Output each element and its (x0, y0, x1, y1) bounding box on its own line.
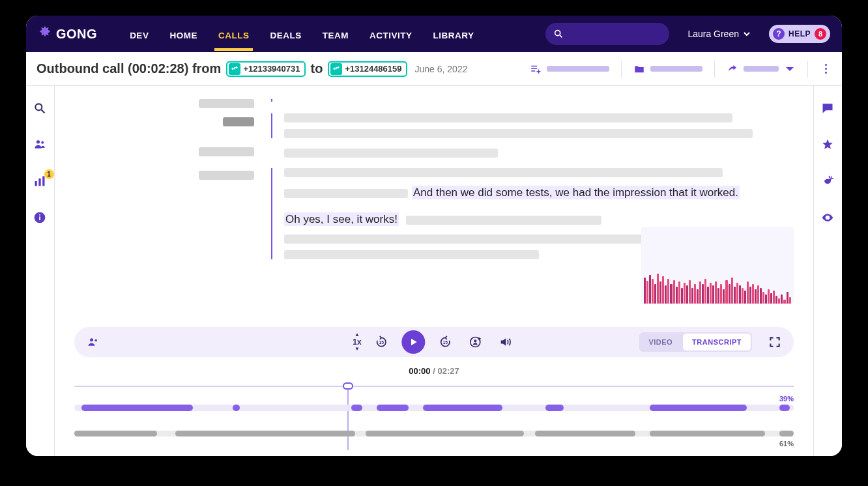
people-icon (87, 336, 100, 349)
svg-text:15: 15 (379, 340, 384, 345)
swap-icon (330, 63, 342, 75)
svg-point-5 (41, 141, 44, 144)
talk-ratio-b: 61% (779, 440, 794, 448)
waveform (644, 270, 791, 304)
rail-star-button[interactable] (821, 138, 835, 152)
play-button[interactable] (402, 330, 426, 354)
left-rail: 1 (26, 86, 55, 456)
divider (621, 61, 622, 78)
fullscreen-icon (768, 336, 781, 349)
transcript-block (271, 149, 794, 158)
right-rail (813, 86, 842, 456)
rail-info-button[interactable] (33, 211, 48, 225)
main-content: 1 (26, 86, 842, 456)
time-current: 00:00 (409, 366, 430, 376)
nav-deals[interactable]: DEALS (261, 19, 310, 50)
speaker-placeholder (223, 117, 254, 126)
transcript-block (271, 99, 794, 102)
to-number: +13124486159 (345, 64, 401, 74)
waveform-panel[interactable] (641, 227, 794, 304)
volume-button[interactable] (496, 332, 515, 352)
participants-button[interactable] (83, 332, 103, 352)
global-search[interactable] (545, 23, 669, 45)
nav-library[interactable]: LIBRARY (424, 19, 483, 50)
call-date: June 6, 2022 (415, 64, 468, 74)
transcript-text: And then we did some tests, we had the i… (284, 184, 794, 201)
call-title: Outbound call (00:02:28) from +121339407… (36, 61, 467, 77)
rail-people-button[interactable] (33, 138, 48, 152)
placeholder (650, 66, 702, 72)
info-icon (33, 211, 46, 224)
view-toggle: VIDEO TRANSCRIPT (639, 332, 752, 352)
more-menu[interactable] (820, 64, 832, 74)
app-frame: GONG DEVHOMECALLSDEALSTEAMACTIVITYLIBRAR… (26, 16, 842, 456)
add-to-list-button[interactable] (530, 63, 609, 75)
placeholder (284, 149, 498, 158)
nav-activity[interactable]: ACTIVITY (360, 19, 422, 50)
help-badge: 8 (815, 28, 826, 40)
rail-search-button[interactable] (33, 102, 48, 116)
swap-icon (229, 63, 240, 75)
svg-line-3 (41, 110, 44, 113)
svg-point-2 (35, 104, 42, 110)
stats-badge: 1 (44, 169, 54, 179)
playback-speed[interactable]: ▲ 1x ▼ (353, 332, 361, 352)
placeholder (284, 168, 723, 177)
user-menu[interactable]: Laura Green (687, 29, 751, 39)
from-phone-chip[interactable]: +12133940731 (226, 61, 305, 77)
svg-rect-6 (35, 181, 36, 186)
view-transcript-tab[interactable]: TRANSCRIPT (683, 334, 751, 350)
transcript-highlight: Oh yes, I see, it works! (284, 212, 399, 226)
transcript-block (271, 113, 794, 138)
nav-dev[interactable]: DEV (121, 19, 158, 50)
to-word: to (311, 61, 323, 76)
skip-back-button[interactable]: 15 (372, 332, 392, 352)
rail-visibility-button[interactable] (821, 211, 835, 225)
skip-forward-button[interactable]: 15 (436, 332, 456, 352)
transcript-panel: And then we did some tests, we had the i… (55, 86, 813, 327)
placeholder (744, 66, 779, 72)
bar-chart-icon (33, 175, 46, 188)
scrub-bar[interactable] (74, 382, 794, 390)
speaker-placeholder (199, 147, 254, 156)
nav-items: DEVHOMECALLSDEALSTEAMACTIVITYLIBRARY (121, 19, 483, 50)
share-button[interactable] (727, 63, 796, 75)
transcript-text: Oh yes, I see, it works! (284, 210, 794, 228)
question-icon: ? (773, 28, 785, 40)
time-display: 00:00 / 02:27 (55, 357, 813, 382)
help-button[interactable]: ? HELP 8 (769, 25, 830, 43)
divider (807, 61, 808, 78)
fullscreen-button[interactable] (765, 332, 785, 352)
center-content: And then we did some tests, we had the i… (55, 86, 813, 456)
folder-button[interactable] (633, 63, 702, 75)
scrub-track (74, 386, 794, 387)
svg-point-13 (94, 339, 97, 342)
from-number: +12133940731 (243, 64, 300, 74)
caret-down-icon (784, 63, 796, 75)
svg-point-4 (36, 140, 39, 143)
skip-back-icon: 15 (375, 336, 388, 349)
nav-calls[interactable]: CALLS (209, 19, 259, 50)
rail-stats-button[interactable]: 1 (33, 175, 48, 189)
user-name: Laura Green (687, 29, 739, 39)
nav-home[interactable]: HOME (160, 19, 207, 50)
help-label: HELP (788, 29, 811, 38)
placeholder (284, 189, 408, 198)
talk-track-speaker-b[interactable] (74, 431, 794, 436)
share-icon (727, 63, 738, 75)
nav-team[interactable]: TEAM (313, 19, 358, 50)
logo[interactable]: GONG (38, 25, 97, 43)
svg-point-12 (90, 338, 93, 341)
view-video-tab[interactable]: VIDEO (639, 332, 682, 352)
speaker-placeholder (199, 99, 254, 108)
rail-whistle-button[interactable] (821, 175, 835, 189)
speaker-column (73, 99, 262, 327)
divider (714, 61, 715, 78)
skip-speaker-button[interactable] (466, 332, 485, 352)
talk-ratio-a: 39% (779, 395, 794, 403)
search-icon (33, 102, 46, 115)
to-phone-chip[interactable]: +13124486159 (328, 61, 407, 77)
svg-point-0 (555, 31, 560, 36)
rail-comments-button[interactable] (821, 102, 835, 116)
talk-track-speaker-a[interactable] (74, 405, 794, 411)
